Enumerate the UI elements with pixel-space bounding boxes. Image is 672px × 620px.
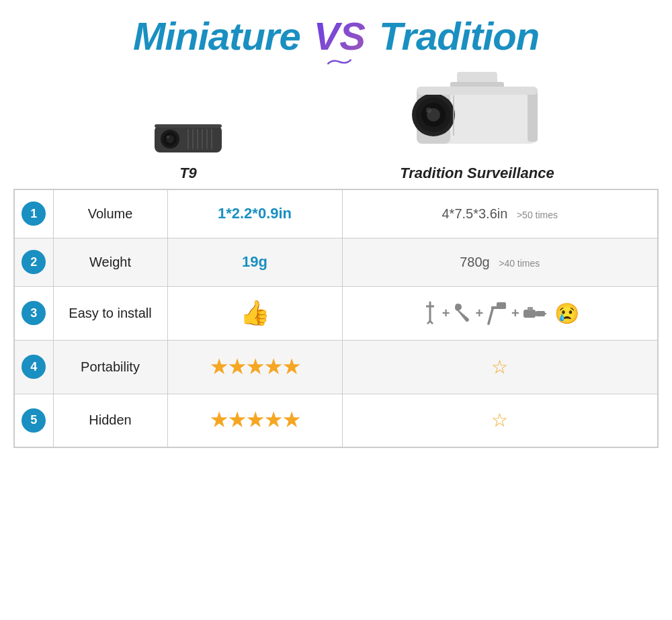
stars-portability-trad: ☆ [491, 356, 508, 378]
product-left: T9 [20, 116, 302, 182]
mini-val-install: 👍 [167, 286, 342, 340]
num-circle-1: 1 [22, 202, 46, 226]
svg-point-4 [167, 136, 169, 138]
num-cell-3: 3 [14, 286, 53, 340]
svg-rect-33 [528, 307, 533, 310]
feature-portability: Portability [53, 340, 167, 394]
mini-val-portability: ★ ★ ★ ★ ★ [167, 340, 342, 394]
drill-icon [522, 303, 546, 323]
screwdriver-icon [421, 301, 439, 325]
feature-install: Easy to install [53, 286, 167, 340]
trad-val-hidden: ☆ [342, 394, 658, 447]
vs-brush-icon [326, 56, 353, 68]
svg-line-27 [430, 321, 433, 324]
header-miniature: Miniature [133, 13, 300, 58]
num-circle-5: 5 [22, 408, 46, 433]
mini-val-weight: 19g [167, 238, 342, 286]
stars-hidden-mini: ★ ★ ★ ★ ★ [210, 409, 300, 431]
num-circle-2: 2 [22, 250, 46, 274]
table-row-volume: 1 Volume 1*2.2*0.9in 4*7.5*3.6in >50 tim… [14, 189, 658, 238]
product-right: Tradition Surveillance [302, 72, 652, 182]
svg-rect-22 [528, 89, 538, 142]
header: Miniature VS Tradition [133, 13, 539, 58]
svg-rect-11 [155, 124, 222, 128]
trad-val-volume: 4*7.5*3.6in >50 times [342, 189, 658, 238]
main-container: Miniature VS Tradition [0, 0, 672, 620]
stars-portability-mini: ★ ★ ★ ★ ★ [210, 356, 300, 378]
trad-val-weight: 780g >40 times [342, 238, 658, 286]
feature-volume: Volume [53, 189, 167, 238]
table-row-install: 3 Easy to install 👍 + [14, 286, 658, 340]
svg-point-20 [426, 107, 431, 113]
trad-val-install: + + + [342, 286, 658, 340]
mini-val-volume: 1*2.2*0.9in [167, 189, 342, 238]
mini-camera-image [151, 116, 225, 159]
bullet-camera-image [403, 72, 551, 159]
num-cell-1: 1 [14, 189, 53, 238]
feature-weight: Weight [53, 238, 167, 286]
comparison-table: 1 Volume 1*2.2*0.9in 4*7.5*3.6in >50 tim… [13, 189, 659, 448]
table-row-hidden: 5 Hidden ★ ★ ★ ★ ★ ☆ [14, 394, 658, 447]
num-cell-5: 5 [14, 394, 53, 447]
table-row-weight: 2 Weight 19g 780g >40 times [14, 238, 658, 286]
table-row-portability: 4 Portability ★ ★ ★ ★ ★ ☆ [14, 340, 658, 394]
stars-hidden-trad: ☆ [491, 409, 508, 431]
trad-val-portability: ☆ [342, 340, 658, 394]
feature-hidden: Hidden [53, 394, 167, 447]
svg-line-30 [489, 309, 493, 324]
svg-rect-28 [497, 302, 506, 309]
header-tradition: Tradition [379, 13, 539, 58]
wrench-icon [452, 301, 472, 325]
svg-rect-32 [536, 311, 545, 316]
svg-rect-23 [417, 87, 538, 95]
num-cell-2: 2 [14, 238, 53, 286]
hammer-icon [486, 301, 509, 325]
product-right-label: Tradition Surveillance [400, 165, 554, 182]
svg-rect-31 [523, 310, 536, 318]
num-circle-4: 4 [22, 355, 46, 379]
header-vs: VS [314, 14, 366, 58]
num-circle-3: 3 [22, 301, 46, 325]
products-row: T9 [13, 72, 659, 182]
product-left-label: T9 [179, 165, 197, 182]
num-cell-4: 4 [14, 340, 53, 394]
tools-area: + + + [343, 301, 658, 325]
mini-val-hidden: ★ ★ ★ ★ ★ [167, 394, 342, 447]
